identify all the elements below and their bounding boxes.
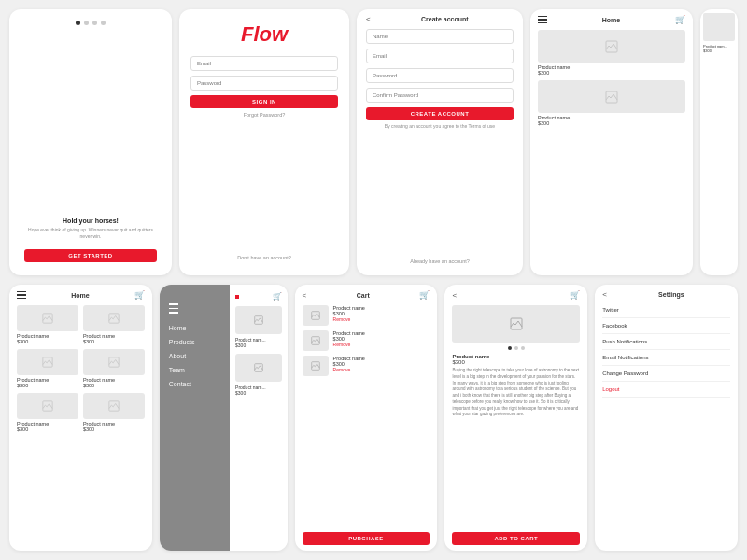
product-img xyxy=(17,305,78,331)
hamburger-menu-icon-2[interactable] xyxy=(17,291,26,300)
purchase-button[interactable]: PURCHASE xyxy=(303,532,430,545)
product-img xyxy=(17,349,78,375)
remove-item-1-button[interactable]: Remove xyxy=(333,316,430,322)
dot-2 xyxy=(84,21,89,25)
product-image-2 xyxy=(538,80,685,113)
peek-product-price-2: $300 xyxy=(235,390,282,396)
list-item: Product name $300 xyxy=(83,305,145,344)
peek-product-img-2 xyxy=(235,354,282,382)
no-account-link[interactable]: Don't have an account? xyxy=(237,255,291,266)
settings-item-twitter[interactable]: Twitter xyxy=(602,302,730,318)
cart-icon[interactable]: 🛒 xyxy=(675,15,685,24)
list-item: Product name $300 xyxy=(83,349,145,388)
settings-item-push[interactable]: Push Notifications xyxy=(602,334,730,350)
card-partial-home: Product nam... $300 xyxy=(700,9,738,275)
hamburger-menu-icon[interactable] xyxy=(538,16,547,24)
product-detail-price: $300 xyxy=(452,359,580,365)
card-home-grid: Home 🛒 Product name $300 Product name $3… xyxy=(9,285,152,551)
peek-product-img-1 xyxy=(235,306,282,334)
img-dot-3 xyxy=(521,346,525,350)
app-title: Flow xyxy=(241,22,288,47)
cart-item-image-3 xyxy=(303,356,329,376)
remove-item-2-button[interactable]: Remove xyxy=(333,342,430,347)
product-price: $300 xyxy=(83,339,145,344)
settings-item-email[interactable]: Email Notifications xyxy=(602,350,730,366)
cart-icon-peek[interactable]: 🛒 xyxy=(273,292,282,301)
remove-item-3-button[interactable]: Remove xyxy=(333,367,430,372)
card-settings: < Settings Twitter Facebook Push Notific… xyxy=(595,285,738,551)
get-started-button[interactable]: GET STARTED xyxy=(24,249,157,262)
products-grid: Product name $300 Product name $300 Prod… xyxy=(17,305,145,432)
password-input[interactable] xyxy=(366,68,514,83)
cart-item-2: Product name $300 Remove xyxy=(303,330,430,351)
card-login: Flow SIGN IN Forgot Password? Don't have… xyxy=(179,9,349,275)
card-onboarding: Hold your horses! Hope ever think of giv… xyxy=(9,9,172,275)
home-title: Home xyxy=(602,17,620,23)
add-to-cart-button[interactable]: ADD TO CART xyxy=(452,532,580,545)
back-arrow-icon[interactable]: < xyxy=(303,291,307,300)
product-price: $300 xyxy=(17,383,78,388)
signin-button[interactable]: SIGN IN xyxy=(190,95,338,108)
cart-title: Cart xyxy=(312,292,414,299)
already-account-link[interactable]: Already have an account? xyxy=(366,259,514,270)
email-input[interactable] xyxy=(190,56,338,71)
product-img xyxy=(83,393,145,419)
red-dot xyxy=(235,295,239,299)
email-input[interactable] xyxy=(366,49,514,63)
product-image-1 xyxy=(538,30,685,63)
peek-product-price-1: $300 xyxy=(235,343,282,348)
create-account-title: Create account xyxy=(376,16,514,22)
card-product-detail: < 🛒 Product name $300 Buying the right t… xyxy=(444,285,587,551)
settings-item-password[interactable]: Change Password xyxy=(602,366,730,382)
cart-item-image-2 xyxy=(303,330,329,351)
product-price: $300 xyxy=(83,427,145,432)
list-item: Product name $300 xyxy=(83,393,145,432)
product-img xyxy=(83,305,145,331)
cart-icon-header[interactable]: 🛒 xyxy=(419,290,430,300)
cart-item-1: Product name $300 Remove xyxy=(303,305,430,326)
terms-text: By creating an account you agree to the … xyxy=(366,123,514,130)
onboard-title: Hold your horses! xyxy=(24,217,157,224)
product-price: $300 xyxy=(83,383,145,388)
dot-3 xyxy=(92,21,97,25)
cart-item-3: Product name $300 Remove xyxy=(303,356,430,376)
product-price: $300 xyxy=(17,427,78,432)
name-input[interactable] xyxy=(366,29,514,44)
forgot-password-link[interactable]: Forgot Password? xyxy=(244,112,286,118)
create-account-button[interactable]: CREATE ACCOUNT xyxy=(366,107,514,120)
settings-item-facebook[interactable]: Facebook xyxy=(602,318,730,334)
cart-icon-2[interactable]: 🛒 xyxy=(134,290,145,300)
settings-item-logout[interactable]: Logout xyxy=(602,382,730,398)
sidebar-item-home[interactable]: Home xyxy=(169,321,220,335)
card-home-single: Home 🛒 Product name $300 Product name $3… xyxy=(530,9,693,275)
back-arrow-settings[interactable]: < xyxy=(602,290,607,299)
back-arrow-icon[interactable]: < xyxy=(452,291,457,300)
product-price: $300 xyxy=(17,339,78,344)
settings-title: Settings xyxy=(613,291,730,298)
product-detail-image xyxy=(452,305,580,343)
img-dot-1 xyxy=(508,346,512,350)
product-price-1: $300 xyxy=(538,70,685,76)
onboard-subtitle: Hope ever think of giving up. Winners ne… xyxy=(24,227,157,240)
sidebar-item-contact[interactable]: Contact xyxy=(169,377,220,391)
home-title-2: Home xyxy=(71,292,89,299)
dot-1 xyxy=(76,21,80,25)
img-dot-2 xyxy=(514,346,518,350)
sidebar-item-products[interactable]: Products xyxy=(169,335,220,349)
product-detail-description: Buying the right telescope to take your … xyxy=(452,368,580,418)
list-item: Product name $300 xyxy=(17,305,78,344)
back-arrow-icon[interactable]: < xyxy=(366,15,371,23)
product-img xyxy=(83,349,145,375)
confirm-password-input[interactable] xyxy=(366,88,514,103)
row-2: Home 🛒 Product name $300 Product name $3… xyxy=(9,285,738,551)
partial-product-price: $300 xyxy=(703,49,735,53)
password-input[interactable] xyxy=(190,76,338,91)
sidebar-item-about[interactable]: About xyxy=(169,349,220,363)
sidebar-item-team[interactable]: Team xyxy=(169,363,220,377)
row-1: Hold your horses! Hope ever think of giv… xyxy=(9,9,738,275)
pagination-dots xyxy=(76,21,106,25)
list-item: Product name $300 xyxy=(17,393,78,432)
cart-icon-detail[interactable]: 🛒 xyxy=(570,290,580,300)
list-item: Product name $300 xyxy=(17,349,78,388)
product-price-2: $300 xyxy=(538,120,685,126)
